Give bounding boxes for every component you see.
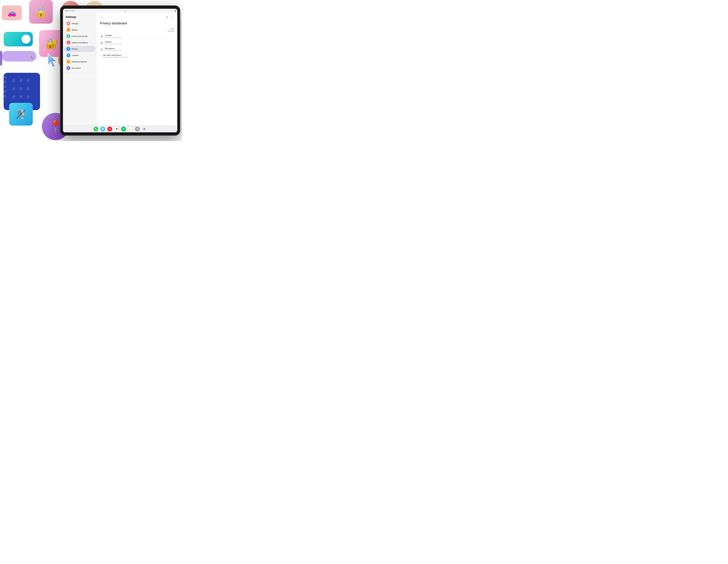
svg-rect-18 bbox=[101, 42, 103, 44]
sidebar-label-advanced: Advanced features bbox=[72, 61, 87, 63]
mic-perm-sub: Not used in past 56 hours bbox=[105, 50, 174, 51]
svg-rect-4 bbox=[69, 30, 69, 30]
sidebar-item-battery[interactable]: Battery bbox=[64, 27, 96, 33]
svg-point-31 bbox=[144, 128, 145, 128]
sidebar-title: Settings bbox=[63, 15, 97, 20]
sidebar-label-storage: Storage bbox=[72, 23, 78, 25]
taskbar-settings[interactable] bbox=[135, 127, 140, 131]
taskbar-phone[interactable] bbox=[94, 127, 98, 131]
svg-rect-20 bbox=[101, 49, 102, 50]
privacy-icon bbox=[67, 47, 70, 51]
svg-point-33 bbox=[143, 129, 144, 129]
svg-point-17 bbox=[102, 36, 102, 36]
onevision-icon: V bbox=[67, 66, 70, 70]
toggle-icon bbox=[4, 32, 33, 46]
sidebar-item-unlock[interactable]: Unlock and security bbox=[64, 33, 96, 39]
camera-perm-sub: Not used in past 24 hours bbox=[105, 43, 174, 45]
mic-muted-icon bbox=[9, 103, 33, 126]
sidebar-label-safety: Safety & emergency bbox=[72, 42, 88, 44]
svg-point-32 bbox=[145, 128, 145, 128]
unlock-icon bbox=[67, 34, 70, 38]
svg-point-36 bbox=[143, 129, 144, 130]
svg-rect-5 bbox=[68, 29, 69, 30]
cursor-icon bbox=[46, 53, 61, 69]
screen-body: Settings Storage Battery bbox=[63, 13, 177, 125]
taskbar-apps[interactable] bbox=[142, 127, 147, 131]
back-button[interactable]: ‹ bbox=[100, 15, 104, 19]
safety-icon bbox=[67, 41, 70, 44]
tablet: AMS:10 ● ◉ ▲ • • • ▐ Settings bbox=[60, 5, 180, 136]
tablet-outer: AMS:10 ● ◉ ▲ • • • ▐ Settings bbox=[60, 5, 180, 136]
svg-point-27 bbox=[116, 128, 118, 129]
svg-point-19 bbox=[101, 43, 102, 43]
camera-perm-text: Camera Not used in past 24 hours bbox=[105, 41, 174, 45]
svg-point-37 bbox=[144, 129, 145, 130]
camera-perm-icon bbox=[100, 41, 103, 44]
battery-icon bbox=[67, 28, 70, 32]
svg-point-12 bbox=[68, 49, 69, 49]
storage-icon bbox=[67, 22, 70, 25]
svg-marker-14 bbox=[68, 61, 69, 63]
taskbar-play[interactable] bbox=[121, 127, 126, 131]
advanced-icon bbox=[67, 60, 70, 64]
see-other-label: See other permissions bbox=[103, 54, 127, 56]
status-dots: • • • bbox=[124, 10, 126, 12]
lock-icon bbox=[29, 0, 53, 24]
sidebar-label-battery: Battery bbox=[72, 29, 78, 31]
sidebar-item-safety[interactable]: Safety & emergency bbox=[64, 39, 96, 46]
grid-panel-icon bbox=[4, 73, 40, 110]
more-button[interactable]: ⋮ bbox=[170, 15, 174, 19]
svg-point-23 bbox=[103, 128, 103, 129]
tablet-screen: AMS:10 ● ◉ ▲ • • • ▐ Settings bbox=[63, 9, 177, 132]
status-right: ▐ bbox=[174, 10, 175, 12]
svg-point-38 bbox=[145, 129, 145, 130]
sidebar-label-unlock: Unlock and security bbox=[72, 35, 88, 37]
time-label: Past 24 hours bbox=[100, 28, 174, 32]
sidebar-item-advanced[interactable]: Advanced features bbox=[64, 59, 96, 65]
settings-sidebar: Settings Storage Battery bbox=[63, 13, 97, 125]
chevron-down-icon: ∨ bbox=[100, 55, 102, 57]
see-other-sub: Body sensors, Calendar, and 10 more bbox=[103, 56, 127, 58]
permission-location[interactable]: Location Not used in past 24 hours bbox=[100, 33, 174, 40]
sidebar-label-location: Location bbox=[72, 54, 79, 56]
permission-microphone[interactable]: Microphone Not used in past 56 hours bbox=[100, 46, 174, 53]
car-icon bbox=[2, 5, 22, 20]
header-actions: ↻ ⋮ bbox=[165, 15, 174, 19]
sidebar-item-storage[interactable]: Storage bbox=[64, 20, 96, 27]
refresh-button[interactable]: ↻ bbox=[165, 15, 169, 19]
status-bar: AMS:10 ● ◉ ▲ • • • ▐ bbox=[63, 9, 177, 13]
see-other-permissions[interactable]: ∨ See other permissions Body sensors, Ca… bbox=[100, 53, 174, 60]
taskbar-opera[interactable]: O bbox=[107, 127, 112, 131]
see-other-text: See other permissions Body sensors, Cale… bbox=[103, 54, 127, 58]
svg-rect-1 bbox=[68, 23, 69, 23]
page-title: Privacy dashboard bbox=[100, 21, 174, 25]
svg-point-7 bbox=[68, 36, 69, 37]
mic-perm-icon bbox=[100, 48, 103, 51]
content-header: ‹ ↻ ⋮ bbox=[100, 15, 174, 19]
status-center: • • • bbox=[124, 10, 126, 12]
sidebar-item-location[interactable]: Location bbox=[64, 52, 96, 58]
sidebar-label-privacy: Privacy bbox=[72, 48, 78, 50]
location-icon bbox=[67, 54, 70, 57]
taskbar-maps[interactable] bbox=[100, 127, 105, 131]
permission-camera[interactable]: Camera Not used in past 24 hours bbox=[100, 40, 174, 46]
svg-marker-28 bbox=[123, 128, 124, 130]
main-content: ‹ ↻ ⋮ Privacy dashboard Past 24 hours bbox=[97, 13, 177, 125]
status-time: AMS:10 bbox=[65, 10, 70, 12]
slider-icon bbox=[0, 51, 2, 66]
svg-point-13 bbox=[68, 55, 69, 55]
search-bar-icon bbox=[2, 51, 36, 62]
sidebar-item-privacy[interactable]: Privacy bbox=[64, 46, 96, 52]
taskbar-photos[interactable] bbox=[128, 127, 133, 131]
sidebar-item-onevision[interactable]: V One Vision bbox=[64, 65, 96, 71]
sidebar-label-onevision: One Vision bbox=[72, 67, 81, 69]
location-perm-name: Location bbox=[105, 34, 174, 36]
svg-marker-0 bbox=[48, 54, 57, 67]
svg-point-35 bbox=[145, 129, 145, 129]
mic-perm-name: Microphone bbox=[105, 48, 174, 50]
grid-dots bbox=[4, 76, 6, 97]
status-left: AMS:10 ● ◉ ▲ bbox=[65, 10, 75, 12]
camera-perm-name: Camera bbox=[105, 41, 174, 43]
taskbar-assistant[interactable] bbox=[114, 127, 119, 131]
taskbar: O bbox=[63, 125, 177, 132]
